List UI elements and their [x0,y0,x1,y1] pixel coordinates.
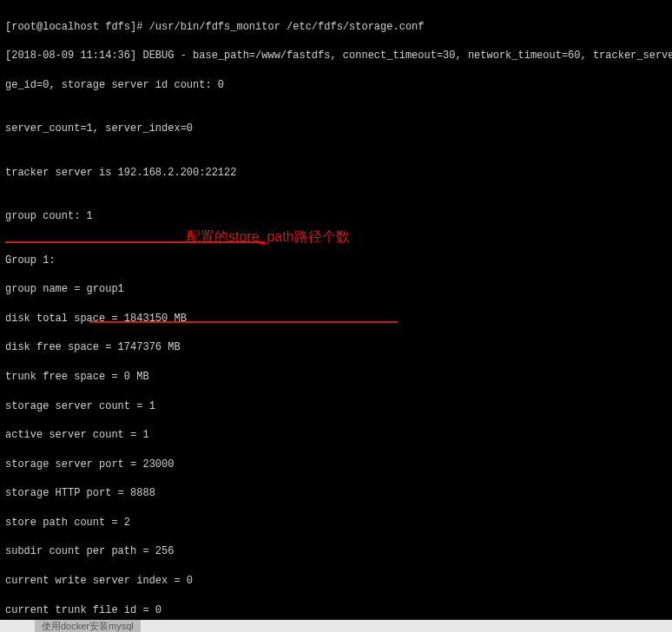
bottom-tab[interactable]: 使用docker安装mysql [35,620,141,632]
storage-server-count: storage server count = 1 [5,399,667,414]
group-count-line: group count: 1 [5,209,667,224]
prompt-line: [root@localhost fdfs]# /usr/bin/fdfs_mon… [5,20,667,35]
server-count-line: server_count=1, server_index=0 [5,122,667,136]
storage-server-port: storage server port = 23000 [5,458,667,472]
debug-line: [2018-08-09 11:14:36] DEBUG - base_path=… [5,49,667,63]
trunk-free: trunk free space = 0 MB [5,370,667,385]
group-name: group name = group1 [5,282,667,297]
bottom-bar: 使用docker安装mysql [0,620,672,632]
terminal-output[interactable]: [root@localhost fdfs]# /usr/bin/fdfs_mon… [5,5,667,632]
group1-header: Group 1: [5,253,667,268]
tracker-line: tracker server is 192.168.2.200:22122 [5,166,667,181]
storage-http-port: storage HTTP port = 8888 [5,486,667,501]
subdir-count: subdir count per path = 256 [5,544,667,559]
disk-total: disk total space = 1843150 MB [5,312,667,326]
debug-cont: ge_id=0, storage server id count: 0 [5,78,667,93]
disk-free: disk free space = 1747376 MB [5,340,667,355]
store-path-count: store path count = 2 [5,516,667,530]
current-write: current write server index = 0 [5,574,667,589]
active-server-count: active server count = 1 [5,428,667,443]
current-trunk: current trunk file id = 0 [5,603,667,618]
